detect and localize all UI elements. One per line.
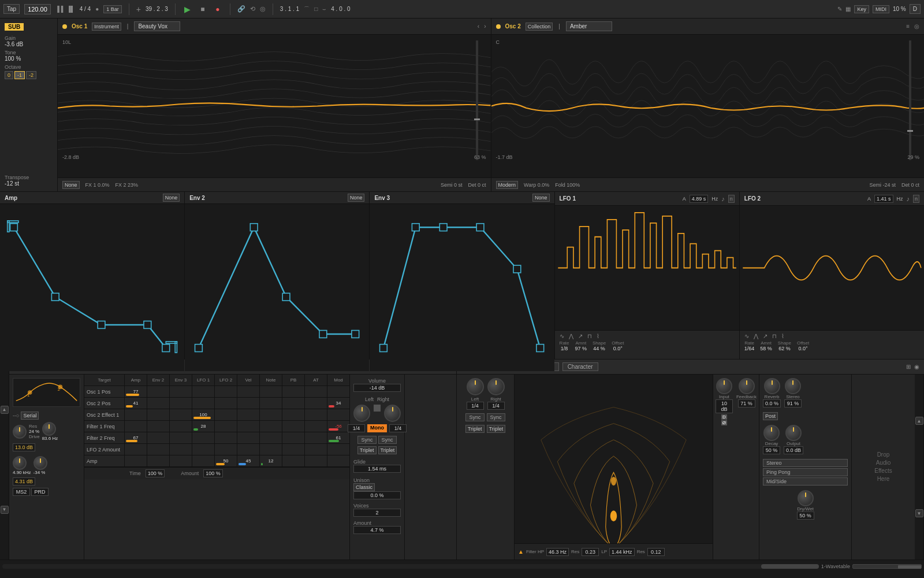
cell-osc2fx1-vel[interactable] bbox=[237, 409, 260, 420]
key-button[interactable]: Key bbox=[854, 5, 869, 13]
lfo1-triangle[interactable]: ⋀ bbox=[569, 333, 573, 339]
echo-left-knob[interactable] bbox=[467, 378, 484, 395]
cell-f2freq-amp[interactable]: 67 bbox=[125, 432, 147, 443]
osc2-fader[interactable] bbox=[908, 40, 912, 160]
echo-sync-l[interactable]: Sync bbox=[465, 413, 484, 421]
echo-power-icon[interactable]: ◉ bbox=[914, 364, 919, 370]
tab-character[interactable]: Character bbox=[562, 362, 598, 371]
cell-osc1pos-amp[interactable]: 77 bbox=[125, 386, 147, 397]
lfo1-sine[interactable]: ∿ bbox=[560, 333, 564, 339]
lfo2-square[interactable]: ⊓ bbox=[772, 333, 777, 339]
cell-osc2pos-env3[interactable] bbox=[170, 398, 192, 409]
cell-f1freq-at[interactable] bbox=[305, 421, 327, 432]
lfo2-random[interactable]: ⌇ bbox=[781, 333, 784, 339]
res2-knob[interactable] bbox=[33, 456, 47, 470]
cell-osc2fx1-at[interactable] bbox=[305, 409, 327, 420]
stop-button[interactable]: ■ bbox=[198, 4, 208, 14]
cell-lfo2amnt-env2[interactable] bbox=[147, 444, 170, 455]
cell-f1freq-env2[interactable] bbox=[147, 421, 170, 432]
cell-osc2pos-mod[interactable]: 34 bbox=[327, 398, 349, 409]
amp-none[interactable]: None bbox=[163, 194, 180, 202]
triplet-select-r[interactable]: Triplet bbox=[378, 446, 397, 454]
cell-f2freq-pb[interactable] bbox=[282, 432, 305, 443]
env3-none[interactable]: None bbox=[532, 194, 550, 202]
cell-f2freq-note[interactable] bbox=[260, 432, 282, 443]
echo-settings-icon[interactable]: ⊞ bbox=[906, 364, 911, 370]
cell-f2freq-env3[interactable] bbox=[170, 432, 192, 443]
ms2-select[interactable]: MS2 bbox=[13, 488, 30, 496]
cell-osc2fx1-note[interactable] bbox=[260, 409, 282, 420]
decay-knob[interactable] bbox=[763, 425, 780, 441]
sync-button-r[interactable]: Sync bbox=[378, 436, 397, 444]
bar-setting[interactable]: 1 Bar bbox=[103, 5, 122, 13]
env2-none[interactable]: None bbox=[348, 194, 365, 202]
reverb-knob[interactable] bbox=[764, 378, 780, 394]
add-icon[interactable]: + bbox=[136, 5, 141, 14]
input-knob[interactable] bbox=[716, 378, 732, 394]
osc2-preset[interactable]: Amber bbox=[566, 21, 612, 31]
echo-triplet-l[interactable]: Triplet bbox=[465, 425, 485, 433]
cell-osc1pos-pb[interactable] bbox=[282, 386, 305, 397]
cell-osc2pos-vel[interactable] bbox=[237, 398, 260, 409]
lfo2-sine[interactable]: ∿ bbox=[744, 333, 749, 339]
cell-amp-lfo2[interactable]: 50 bbox=[215, 455, 237, 466]
cell-f1freq-env3[interactable] bbox=[170, 421, 192, 432]
cell-lfo2amnt-lfo1[interactable] bbox=[192, 444, 215, 455]
cell-osc2pos-pb[interactable] bbox=[282, 398, 305, 409]
mono-button[interactable]: Mono bbox=[367, 424, 387, 432]
echo-right-knob[interactable] bbox=[487, 378, 505, 395]
cell-lfo2amnt-env3[interactable] bbox=[170, 444, 192, 455]
cell-osc2pos-note[interactable] bbox=[260, 398, 282, 409]
ping-pong-button[interactable]: Ping Pong bbox=[763, 468, 848, 476]
cell-osc1pos-vel[interactable] bbox=[237, 386, 260, 397]
cell-amp-env3[interactable] bbox=[170, 455, 192, 466]
cell-lfo2amnt-vel[interactable] bbox=[237, 444, 260, 455]
tap-button[interactable]: Tap bbox=[3, 4, 20, 14]
cell-f1freq-lfo1[interactable]: 28 bbox=[192, 421, 215, 432]
feedback-knob[interactable] bbox=[739, 378, 755, 394]
cell-amp-note[interactable]: 12 bbox=[260, 455, 282, 466]
octave-neg1[interactable]: -1 bbox=[14, 71, 25, 79]
cell-lfo2amnt-lfo2[interactable] bbox=[215, 444, 237, 455]
cell-osc2pos-lfo1[interactable] bbox=[192, 398, 215, 409]
cell-osc1pos-lfo2[interactable] bbox=[215, 386, 237, 397]
lfo2-triangle[interactable]: ⋀ bbox=[754, 333, 758, 339]
lfo1-random[interactable]: ⌇ bbox=[597, 333, 599, 339]
prd-select[interactable]: PRD bbox=[31, 488, 49, 496]
lfo1-sawtooth[interactable]: ↗ bbox=[578, 333, 583, 339]
cell-osc2pos-amp[interactable]: 41 bbox=[125, 398, 147, 409]
side-nav-up[interactable]: ▲ bbox=[1, 406, 9, 414]
cell-osc1pos-env3[interactable] bbox=[170, 386, 192, 397]
cell-f2freq-lfo2[interactable] bbox=[215, 432, 237, 443]
record-button[interactable]: ● bbox=[213, 4, 223, 14]
serial-select[interactable]: Serial bbox=[21, 412, 39, 420]
cell-osc1pos-mod[interactable] bbox=[327, 386, 349, 397]
cell-osc2fx1-pb[interactable] bbox=[282, 409, 305, 420]
cell-osc1pos-lfo1[interactable] bbox=[192, 386, 215, 397]
cell-lfo2amnt-pb[interactable] bbox=[282, 444, 305, 455]
cell-f1freq-pb[interactable] bbox=[282, 421, 305, 432]
octave-0[interactable]: 0 bbox=[5, 71, 13, 79]
res-knob[interactable] bbox=[13, 425, 27, 439]
stereo-knob[interactable] bbox=[785, 378, 801, 394]
octave-neg2[interactable]: -2 bbox=[26, 71, 36, 79]
pencil-icon[interactable]: ✎ bbox=[837, 6, 842, 12]
osc1-fader[interactable] bbox=[475, 40, 479, 160]
cell-amp-amp[interactable] bbox=[125, 455, 147, 466]
mid-side-button[interactable]: Mid/Side bbox=[763, 477, 848, 486]
cell-osc2pos-lfo2[interactable] bbox=[215, 398, 237, 409]
echo-triplet-r[interactable]: Triplet bbox=[487, 425, 506, 433]
cell-lfo2amnt-amp[interactable] bbox=[125, 444, 147, 455]
cell-osc2fx1-mod[interactable] bbox=[327, 409, 349, 420]
cell-f1freq-mod[interactable]: -56 bbox=[327, 421, 349, 432]
osc1-none[interactable]: None bbox=[62, 181, 80, 189]
osc1-preset[interactable]: Beauty Vox bbox=[134, 21, 180, 31]
cell-lfo2amnt-note[interactable] bbox=[260, 444, 282, 455]
cell-f2freq-env2[interactable] bbox=[147, 432, 170, 443]
output-knob[interactable] bbox=[785, 425, 802, 441]
freq1-knob[interactable] bbox=[42, 422, 56, 436]
cell-f2freq-vel[interactable] bbox=[237, 432, 260, 443]
main-scrollbar[interactable] bbox=[2, 564, 819, 569]
cell-amp-lfo1[interactable] bbox=[192, 455, 215, 466]
cell-osc2fx1-amp[interactable] bbox=[125, 409, 147, 420]
